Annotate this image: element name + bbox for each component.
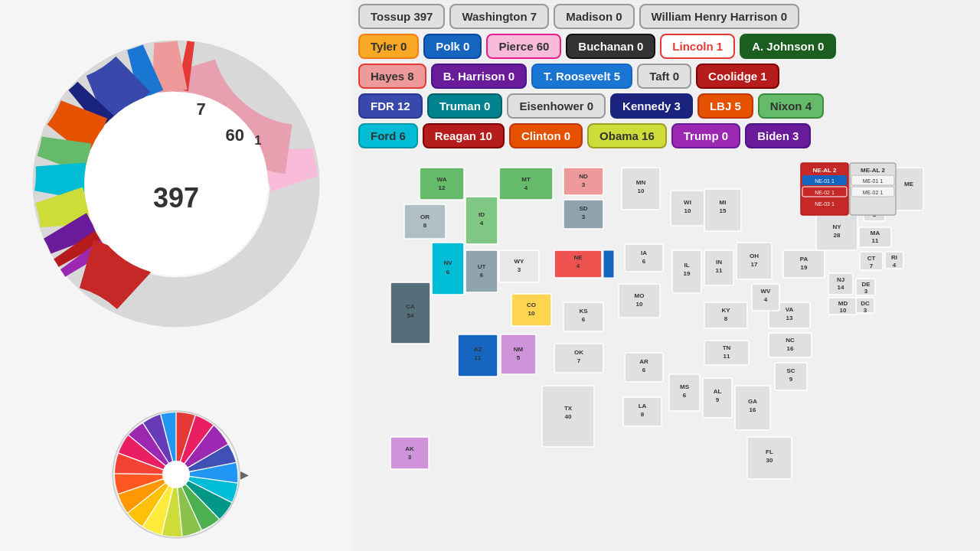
svg-text:9: 9 (789, 376, 793, 383)
svg-rect-38 (499, 168, 553, 200)
svg-text:KS: KS (579, 308, 588, 315)
spinner-wheel[interactable]: ▶ (107, 406, 245, 543)
svg-rect-147 (894, 168, 923, 210)
svg-text:19: 19 (801, 264, 808, 271)
svg-text:9: 9 (716, 396, 720, 403)
svg-text:ID: ID (479, 211, 485, 218)
pierce-count: 60 (226, 126, 244, 145)
svg-text:NE-02 1: NE-02 1 (815, 190, 835, 195)
polk-button[interactable]: Polk 0 (423, 34, 482, 59)
svg-text:UT: UT (478, 263, 486, 270)
svg-text:16: 16 (787, 345, 794, 352)
svg-text:6: 6 (480, 272, 484, 279)
svg-text:MD: MD (838, 300, 848, 307)
svg-rect-65 (603, 250, 614, 278)
tyler-button[interactable]: Tyler 0 (358, 34, 419, 59)
william-henry-harrison-button[interactable]: William Henry Harrison 0 (639, 4, 799, 29)
svg-text:ME-02 1: ME-02 1 (863, 190, 884, 195)
tossup-count: 397 (153, 182, 199, 214)
svg-text:KY: KY (721, 307, 730, 314)
svg-text:AL: AL (714, 388, 722, 395)
lbj-button[interactable]: LBJ 5 (697, 93, 753, 119)
washington-count: 7 (197, 99, 206, 119)
svg-text:AR: AR (639, 358, 648, 365)
tossup-button[interactable]: Tossup 397 (358, 4, 445, 29)
svg-text:4: 4 (893, 262, 897, 269)
truman-button[interactable]: Truman 0 (427, 93, 503, 119)
svg-text:GA: GA (748, 398, 757, 405)
president-buttons: Tossup 397 Washington 7 Madison 0 Willia… (352, 0, 980, 157)
button-row-2: Tyler 0 Polk 0 Pierce 60 Buchanan 0 Linc… (358, 34, 974, 59)
svg-text:3: 3 (408, 454, 412, 461)
svg-text:40: 40 (565, 413, 572, 420)
svg-text:3: 3 (864, 288, 868, 295)
kennedy-button[interactable]: Kennedy 3 (610, 93, 693, 119)
svg-text:LA: LA (639, 403, 647, 409)
svg-text:AZ: AZ (474, 346, 482, 353)
svg-text:11: 11 (872, 237, 879, 244)
svg-text:7: 7 (870, 262, 874, 269)
svg-text:3: 3 (864, 307, 867, 314)
trump-button[interactable]: Trump 0 (671, 123, 740, 148)
buchanan-button[interactable]: Buchanan 0 (566, 34, 655, 59)
svg-text:MN: MN (636, 179, 646, 186)
coolidge-button[interactable]: Coolidge 1 (696, 64, 779, 89)
svg-text:28: 28 (834, 232, 841, 239)
hayes-button[interactable]: Hayes 8 (358, 64, 426, 89)
svg-text:6: 6 (683, 392, 687, 399)
svg-text:NJ: NJ (837, 276, 844, 283)
svg-text:IA: IA (641, 249, 647, 256)
svg-text:VA: VA (786, 306, 794, 313)
svg-text:WY: WY (514, 258, 525, 265)
madison-button[interactable]: Madison 0 (554, 4, 634, 29)
svg-text:10: 10 (840, 307, 847, 314)
svg-text:ME-01 1: ME-01 1 (863, 178, 884, 184)
svg-text:MO: MO (635, 292, 645, 299)
lincoln-button[interactable]: Lincoln 1 (660, 34, 735, 59)
svg-text:3: 3 (582, 214, 586, 220)
svg-text:WV: WV (761, 288, 772, 295)
svg-text:NE-03 1: NE-03 1 (815, 201, 835, 207)
a-johnson-button[interactable]: A. Johnson 0 (740, 34, 836, 59)
nixon-button[interactable]: Nixon 4 (758, 93, 824, 119)
donut-chart: 397 7 60 1 (31, 38, 322, 329)
svg-text:TN: TN (723, 344, 731, 351)
svg-text:MA: MA (871, 230, 880, 236)
ford-button[interactable]: Ford 6 (358, 123, 418, 148)
svg-text:DC: DC (861, 300, 870, 307)
svg-text:4: 4 (577, 262, 580, 269)
taft-button[interactable]: Taft 0 (637, 64, 691, 89)
svg-text:6: 6 (446, 269, 450, 276)
svg-text:WA: WA (437, 176, 447, 183)
biden-button[interactable]: Biden 3 (745, 123, 811, 148)
washington-button[interactable]: Washington 7 (449, 4, 549, 29)
svg-text:RI: RI (891, 254, 897, 261)
fdr-button[interactable]: FDR 12 (358, 93, 423, 119)
svg-text:10: 10 (636, 301, 643, 308)
us-map-container: .st { stroke: #fff; stroke-width: 1.5; }… (358, 160, 980, 504)
svg-text:NY: NY (832, 223, 841, 230)
svg-text:NM: NM (514, 346, 524, 353)
svg-text:8: 8 (641, 411, 645, 418)
svg-text:54: 54 (407, 312, 414, 319)
b-harrison-button[interactable]: B. Harrison 0 (431, 64, 527, 89)
lincoln-count: 1 (255, 134, 262, 148)
eisenhower-button[interactable]: Eisenhower 0 (507, 93, 606, 119)
svg-text:5: 5 (517, 354, 521, 361)
svg-text:CO: CO (527, 302, 536, 308)
svg-text:6: 6 (582, 316, 586, 323)
obama-button[interactable]: Obama 16 (587, 123, 667, 148)
right-panel: Tossup 397 Washington 7 Madison 0 Willia… (352, 0, 980, 551)
svg-text:3: 3 (582, 181, 586, 188)
pierce-button[interactable]: Pierce 60 (486, 34, 561, 59)
svg-text:17: 17 (751, 261, 758, 268)
reagan-button[interactable]: Reagan 10 (423, 123, 505, 148)
svg-text:15: 15 (720, 207, 727, 214)
t-roosevelt-button[interactable]: T. Roosevelt 5 (531, 64, 632, 89)
svg-text:NV: NV (443, 259, 452, 266)
svg-text:NE-01 1: NE-01 1 (815, 178, 835, 184)
svg-rect-170 (390, 437, 429, 469)
clinton-button[interactable]: Clinton 0 (509, 123, 583, 148)
svg-text:MT: MT (521, 176, 531, 183)
svg-text:SC: SC (786, 367, 795, 374)
